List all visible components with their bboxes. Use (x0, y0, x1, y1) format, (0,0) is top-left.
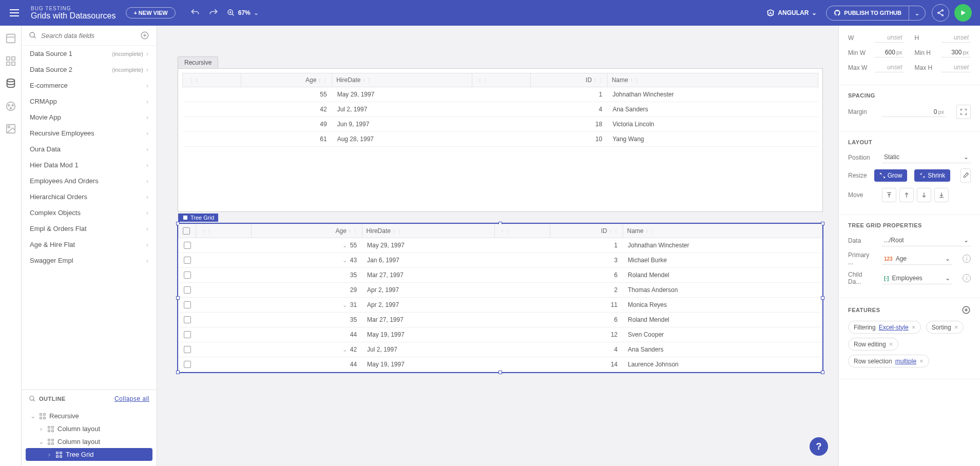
datasource-item[interactable]: Data Source 2(incomplete)› (22, 62, 157, 77)
move-up-button[interactable] (899, 188, 914, 202)
tree-grid-row[interactable]: 35Mar 27, 19976Roland Mendel (179, 268, 822, 283)
menu-icon[interactable] (8, 7, 21, 19)
datasource-item[interactable]: Movie App› (22, 109, 157, 125)
row-checkbox[interactable] (184, 286, 191, 294)
remove-icon[interactable]: × (889, 340, 893, 348)
framework-label: ANGULAR (778, 9, 809, 16)
datasource-item[interactable]: Recursive Employees› (22, 125, 157, 141)
expand-margin-button[interactable] (956, 105, 971, 119)
feature-row-editing[interactable]: Row editing× (848, 338, 898, 351)
tree-grid-row[interactable]: ⌄42Jul 2, 19974Ana Sanders (179, 342, 822, 357)
svg-line-26 (34, 36, 35, 38)
min-width-field[interactable]: 600px (875, 48, 905, 57)
data-icon[interactable] (5, 78, 16, 89)
views-icon[interactable] (5, 33, 16, 44)
tree-grid-row[interactable]: ⌄31Apr 2, 199711Monica Reyes (179, 298, 822, 313)
outline-item[interactable]: ⌄Column layout (26, 435, 152, 448)
row-checkbox[interactable] (184, 242, 191, 249)
svg-rect-43 (52, 442, 54, 444)
max-height-field[interactable]: unset (941, 63, 971, 72)
add-datasource-icon[interactable] (140, 31, 149, 40)
move-down-button[interactable] (917, 188, 931, 202)
row-checkbox[interactable] (184, 361, 191, 368)
tree-grid-row[interactable]: ⌄55May 29, 19971Johnathan Winchester (179, 238, 822, 253)
edit-resize-button[interactable] (960, 168, 971, 183)
datasource-item[interactable]: Complex Objects› (22, 205, 157, 221)
tree-grid-row[interactable]: ⌄43Jan 6, 19973Michael Burke (179, 253, 822, 268)
row-checkbox[interactable] (184, 271, 191, 279)
design-canvas[interactable]: Recursive ⋮ ↑Age↑ ⋮HireDate↑ ⋮↑ ⋮ID↑ ⋮Na… (157, 26, 838, 466)
datasource-item[interactable]: E-commerce› (22, 77, 157, 93)
move-bottom-button[interactable] (934, 188, 949, 202)
table-row[interactable]: 55May 29, 19971Johnathan Winchester (183, 87, 818, 102)
datasource-item[interactable]: Empl & Orders Flat› (22, 221, 157, 237)
child-data-select[interactable]: [·]Employees⌄ (882, 273, 952, 284)
row-checkbox[interactable] (184, 301, 191, 308)
datasource-item[interactable]: CRMApp› (22, 93, 157, 109)
tree-grid-row[interactable]: 44May 19, 199714Laurence Johnson (179, 357, 822, 372)
tree-grid-row[interactable]: 29Apr 2, 19972Thomas Anderson (179, 283, 822, 298)
margin-field[interactable]: 0px (882, 107, 946, 117)
properties-panel: Wunset Hunset Min W600px Min H300px Max … (838, 26, 980, 466)
collapse-all-link[interactable]: Collapse all (114, 395, 149, 402)
height-field[interactable]: unset (941, 33, 971, 43)
feature-filtering[interactable]: Filtering Excel-style× (848, 321, 921, 334)
info-icon[interactable]: i (963, 274, 971, 282)
max-width-field[interactable]: unset (875, 63, 905, 72)
tree-grid-component[interactable]: Tree Grid ↑ ⋮Age↑ ⋮HireDate↑ ⋮↑ ⋮ID↑ ⋮Na… (178, 223, 823, 373)
table-row[interactable]: 61Aug 28, 199710Yang Wang (183, 132, 818, 147)
undo-icon[interactable] (190, 8, 200, 18)
row-checkbox[interactable] (184, 331, 191, 338)
table-row[interactable]: 42Jul 2, 19974Ana Sanders (183, 102, 818, 117)
help-button[interactable]: ? (810, 437, 828, 456)
datasource-item[interactable]: Age & Hire Flat› (22, 237, 157, 253)
info-icon[interactable]: i (963, 255, 971, 263)
zoom-control[interactable]: 67% ⌄ (227, 9, 259, 17)
outline-item[interactable]: ⌄Recursive (26, 410, 152, 422)
tree-grid-row[interactable]: 44May 19, 199712Sven Cooper (179, 327, 822, 342)
remove-icon[interactable]: × (912, 323, 916, 331)
share-button[interactable] (932, 4, 949, 22)
remove-icon[interactable]: × (954, 323, 958, 331)
svg-rect-15 (11, 57, 14, 60)
svg-rect-14 (6, 57, 9, 60)
components-icon[interactable] (5, 55, 16, 67)
datasource-item[interactable]: Hier Data Mod 1› (22, 157, 157, 173)
datasource-item[interactable]: Hierarchical Orders› (22, 189, 157, 205)
position-select[interactable]: Static⌄ (882, 151, 971, 163)
remove-icon[interactable]: × (919, 357, 924, 365)
redo-icon[interactable] (208, 8, 219, 18)
datasource-item[interactable]: Oura Data› (22, 141, 157, 157)
move-top-button[interactable] (882, 188, 896, 202)
datasource-item[interactable]: Swagger Empl› (22, 253, 157, 268)
datasource-item[interactable]: Employees And Orders› (22, 173, 157, 189)
tree-grid-row[interactable]: 35Mar 27, 19976Roland Mendel (179, 313, 822, 327)
datasource-item[interactable]: Data Source 1(incomplete)› (22, 46, 157, 62)
width-field[interactable]: unset (875, 33, 905, 43)
outline-item[interactable]: ›Tree Grid (26, 448, 152, 461)
add-feature-icon[interactable] (962, 305, 971, 315)
primary-key-select[interactable]: 123Age⌄ (882, 253, 952, 265)
publish-dropdown[interactable]: ⌄ (909, 6, 925, 20)
framework-selector[interactable]: ANGULAR ⌄ (766, 9, 817, 17)
data-select[interactable]: .../Root⌄ (882, 235, 971, 246)
row-checkbox[interactable] (184, 257, 191, 264)
table-row[interactable]: 49Jun 9, 199718Victoria Lincoln (183, 117, 818, 132)
theme-icon[interactable] (5, 101, 16, 112)
assets-icon[interactable] (5, 123, 16, 134)
row-checkbox[interactable] (184, 316, 191, 323)
min-height-field[interactable]: 300px (941, 48, 971, 57)
publish-button[interactable]: PUBLISH TO GITHUB (827, 6, 909, 20)
outline-item[interactable]: ›Column layout (26, 422, 152, 435)
grow-button[interactable]: Grow (874, 169, 908, 182)
feature-row-selection[interactable]: Row selection multiple× (848, 355, 929, 367)
datasource-search-input[interactable] (41, 32, 136, 40)
view-tab[interactable]: Recursive (178, 56, 218, 68)
grid-component[interactable]: ⋮ ↑Age↑ ⋮HireDate↑ ⋮↑ ⋮ID↑ ⋮Name↑ ⋮ 55Ma… (178, 68, 823, 212)
preview-button[interactable] (954, 4, 972, 22)
svg-rect-37 (52, 426, 54, 428)
row-checkbox[interactable] (184, 346, 191, 353)
new-view-button[interactable]: + NEW VIEW (126, 7, 175, 18)
feature-sorting[interactable]: Sorting× (926, 321, 964, 334)
shrink-button[interactable]: Shrink (914, 169, 950, 182)
